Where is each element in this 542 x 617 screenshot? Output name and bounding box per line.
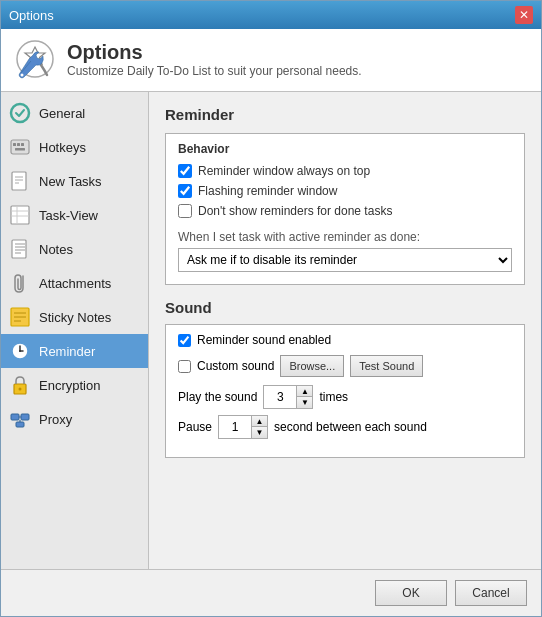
sound-group: Reminder sound enabled Custom sound Brow… [165,324,525,458]
header-title: Options [67,41,362,64]
play-times-down-btn[interactable]: ▼ [296,397,312,408]
dont-show-done-row: Don't show reminders for done tasks [178,204,512,218]
sidebar-item-notes[interactable]: Notes [1,232,148,266]
reminder-done-dropdown[interactable]: Ask me if to disable its reminder Always… [178,248,512,272]
sound-section-title: Sound [165,299,525,316]
cancel-button[interactable]: Cancel [455,580,527,606]
sidebar-item-reminder-label: Reminder [39,344,95,359]
svg-point-30 [19,388,22,391]
svg-rect-5 [17,143,20,146]
sound-enabled-checkbox[interactable] [178,334,191,347]
svg-rect-34 [16,422,24,427]
title-bar-text: Options [9,8,54,23]
dont-show-done-label: Don't show reminders for done tasks [198,204,392,218]
custom-sound-label: Custom sound [197,359,274,373]
sidebar-item-task-view[interactable]: Task-View [1,198,148,232]
svg-rect-3 [11,140,29,154]
play-times-row: Play the sound ▲ ▼ times [178,385,512,409]
sidebar-item-proxy[interactable]: Proxy [1,402,148,436]
custom-sound-checkbox[interactable] [178,360,191,373]
hotkeys-icon [9,136,31,158]
dropdown-label: When I set task with active reminder as … [178,230,512,244]
pause-up-btn[interactable]: ▲ [251,416,267,427]
always-on-top-checkbox[interactable] [178,164,192,178]
svg-rect-4 [13,143,16,146]
svg-rect-8 [12,172,26,190]
flashing-label: Flashing reminder window [198,184,337,198]
sidebar-item-attachments-label: Attachments [39,276,111,291]
sound-enabled-row: Reminder sound enabled [178,333,512,347]
sidebar-item-encryption-label: Encryption [39,378,100,393]
encryption-icon [9,374,31,396]
sidebar-item-reminder[interactable]: Reminder [1,334,148,368]
header-area: Options Customize Daily To-Do List to su… [1,29,541,92]
options-icon [15,39,55,79]
always-on-top-row: Reminder window always on top [178,164,512,178]
pause-label: Pause [178,420,212,434]
sidebar-item-notes-label: Notes [39,242,73,257]
header-text-group: Options Customize Daily To-Do List to su… [67,41,362,78]
title-bar: Options ✕ [1,1,541,29]
svg-point-28 [19,350,21,352]
section-title: Reminder [165,106,525,123]
play-times-spinner-btns: ▲ ▼ [296,386,312,408]
play-times-spinner: ▲ ▼ [263,385,313,409]
pause-spinner-btns: ▲ ▼ [251,416,267,438]
play-sound-label: Play the sound [178,390,257,404]
flashing-row: Flashing reminder window [178,184,512,198]
sidebar-item-new-tasks-label: New Tasks [39,174,102,189]
attachments-icon [9,272,31,294]
play-times-up-btn[interactable]: ▲ [296,386,312,397]
pause-down-btn[interactable]: ▼ [251,427,267,438]
notes-icon [9,238,31,260]
sound-enabled-label: Reminder sound enabled [197,333,331,347]
flashing-checkbox[interactable] [178,184,192,198]
svg-rect-12 [11,206,29,224]
custom-sound-row: Custom sound Browse... Test Sound [178,355,512,377]
pause-input[interactable] [219,416,251,438]
sidebar-item-hotkeys[interactable]: Hotkeys [1,130,148,164]
behavior-group: Behavior Reminder window always on top F… [165,133,525,285]
sidebar-item-encryption[interactable]: Encryption [1,368,148,402]
sidebar-item-general-label: General [39,106,85,121]
main-area: General Hotkeys New Tasks [1,92,541,569]
task-view-icon [9,204,31,226]
sidebar-item-hotkeys-label: Hotkeys [39,140,86,155]
sidebar: General Hotkeys New Tasks [1,92,149,569]
proxy-icon [9,408,31,430]
close-button[interactable]: ✕ [515,6,533,24]
sidebar-item-proxy-label: Proxy [39,412,72,427]
svg-point-2 [11,104,29,122]
reminder-icon [9,340,31,362]
general-icon [9,102,31,124]
pause-spinner: ▲ ▼ [218,415,268,439]
sticky-notes-icon [9,306,31,328]
dropdown-row: When I set task with active reminder as … [178,230,512,272]
sidebar-item-sticky-notes[interactable]: Sticky Notes [1,300,148,334]
options-window: Options ✕ Options Customize Daily To-Do … [0,0,542,617]
svg-rect-7 [15,148,25,151]
new-tasks-icon [9,170,31,192]
svg-rect-31 [11,414,19,420]
times-label: times [319,390,348,404]
svg-rect-32 [21,414,29,420]
play-times-input[interactable] [264,386,296,408]
footer: OK Cancel [1,569,541,616]
browse-button[interactable]: Browse... [280,355,344,377]
dont-show-done-checkbox[interactable] [178,204,192,218]
ok-button[interactable]: OK [375,580,447,606]
test-sound-button[interactable]: Test Sound [350,355,423,377]
sidebar-item-new-tasks[interactable]: New Tasks [1,164,148,198]
sidebar-item-attachments[interactable]: Attachments [1,266,148,300]
pause-row: Pause ▲ ▼ second between each sound [178,415,512,439]
svg-rect-6 [21,143,24,146]
always-on-top-label: Reminder window always on top [198,164,370,178]
header-subtitle: Customize Daily To-Do List to suit your … [67,64,362,78]
svg-rect-16 [12,240,26,258]
behavior-group-title: Behavior [178,142,512,156]
sidebar-item-general[interactable]: General [1,96,148,130]
svg-point-1 [21,74,24,77]
sidebar-item-task-view-label: Task-View [39,208,98,223]
content-area: Reminder Behavior Reminder window always… [149,92,541,569]
sidebar-item-sticky-notes-label: Sticky Notes [39,310,111,325]
